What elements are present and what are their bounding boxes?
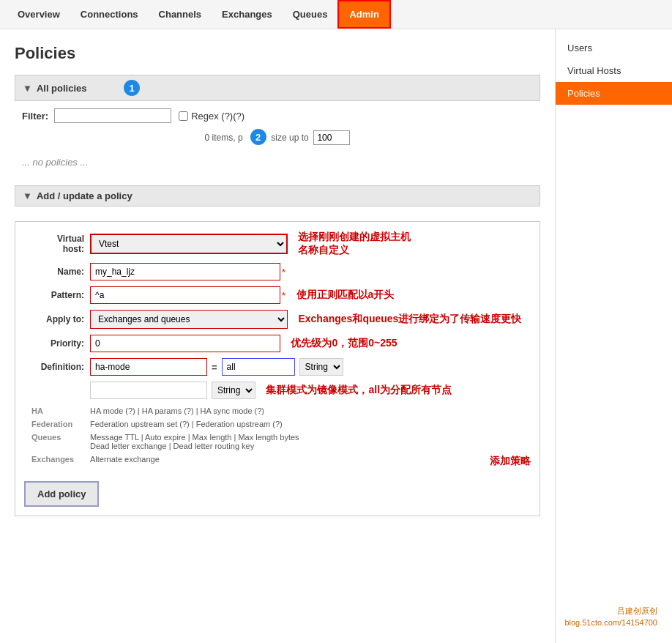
priority-annotation: 优先级为0，范围0~255 — [291, 337, 397, 350]
exchanges-help-row: Exchanges Alternate exchange 添加策略 — [31, 455, 531, 468]
pattern-label: Pattern: — [24, 290, 90, 300]
definition-val-input[interactable] — [222, 358, 295, 376]
add-policy-arrow: ▼ — [23, 190, 32, 201]
exchanges-help-content: Alternate exchange — [90, 455, 481, 468]
page-title: Policies — [15, 44, 540, 63]
pattern-row: Pattern: * 使用正则匹配以a开头 — [24, 286, 531, 304]
definition-extra-row: String 集群模式为镜像模式，all为分配所有节点 — [24, 382, 531, 399]
top-navigation: Overview Connections Channels Exchanges … — [0, 0, 672, 29]
pattern-required: * — [282, 290, 285, 301]
definition-extra-key-input[interactable] — [90, 382, 207, 399]
apply-to-row: Apply to: Exchanges and queues Exchanges… — [24, 310, 531, 329]
add-policy-header[interactable]: ▼ Add / update a policy — [15, 185, 540, 207]
queues-help-content: Message TTL | Auto expire | Max length |… — [90, 433, 531, 450]
federation-help-content: Federation upstream set (?) | Federation… — [90, 420, 531, 428]
watermark-line1: 吕建创原创 — [564, 606, 657, 617]
priority-label: Priority: — [24, 338, 90, 349]
priority-row: Priority: 优先级为0，范围0~255 — [24, 335, 531, 352]
add-policy-label: Add / update a policy — [37, 190, 132, 201]
apply-to-label: Apply to: — [24, 314, 90, 324]
size-up-to-text: size up to — [271, 133, 308, 143]
no-policies-text: ... no policies ... — [22, 157, 533, 168]
virtual-host-row: Virtualhost: Vtest 选择刚刚创建的虚拟主机名称自定义 — [24, 231, 531, 257]
sidebar-item-virtual-hosts[interactable]: Virtual Hosts — [556, 59, 672, 82]
queues-help-label: Queues — [31, 433, 90, 450]
priority-input[interactable] — [90, 335, 280, 352]
collapse-arrow: ▼ — [23, 83, 32, 94]
federation-help-row: Federation Federation upstream set (?) |… — [31, 420, 531, 428]
apply-to-annotation: Exchanges和queues进行绑定为了传输速度更快 — [298, 313, 521, 326]
add-policy-button[interactable]: Add policy — [24, 481, 99, 507]
all-policies-header[interactable]: ▼ All policies 1 — [15, 75, 540, 101]
name-input[interactable] — [90, 263, 280, 280]
cluster-annotation: 集群模式为镜像模式，all为分配所有节点 — [266, 384, 452, 397]
regex-checkbox[interactable] — [179, 111, 188, 121]
definition-eq: = — [212, 362, 217, 373]
items-row: 0 items, p 2 size up to — [15, 129, 540, 145]
items-text: 0 items, p — [205, 133, 243, 143]
ha-help-label: HA — [31, 406, 90, 415]
watermark-line2: blog.51cto.com/14154700 — [564, 617, 657, 628]
name-label: Name: — [24, 267, 90, 277]
nav-channels[interactable]: Channels — [149, 1, 212, 27]
add-policy-form: Virtualhost: Vtest 选择刚刚创建的虚拟主机名称自定义 Name… — [15, 221, 540, 516]
name-required: * — [282, 267, 285, 278]
add-policy-annotation: 添加策略 — [490, 455, 531, 468]
virtual-host-label: Virtualhost: — [24, 234, 90, 254]
definition-label: Definition: — [24, 362, 90, 372]
right-sidebar: Users Virtual Hosts Policies — [555, 29, 672, 643]
federation-help-label: Federation — [31, 420, 90, 428]
step1-badge: 1 — [124, 80, 140, 96]
watermark: 吕建创原创 blog.51cto.com/14154700 — [564, 606, 657, 628]
virtual-host-select[interactable]: Vtest — [90, 234, 288, 254]
filter-input[interactable] — [54, 108, 171, 123]
definition-row: Definition: = String — [24, 358, 531, 376]
filter-row: Filter: Regex (?)(?) — [15, 108, 540, 123]
all-policies-label: All policies — [37, 83, 87, 94]
definition-extra-type-select[interactable]: String — [212, 382, 255, 399]
filter-label: Filter: — [22, 111, 48, 122]
apply-to-select[interactable]: Exchanges and queues — [90, 310, 288, 329]
size-input[interactable] — [313, 130, 350, 145]
pattern-input[interactable] — [90, 286, 280, 304]
help-section: HA HA mode (?) | HA params (?) | HA sync… — [24, 406, 531, 468]
nav-overview[interactable]: Overview — [7, 1, 70, 27]
sidebar-item-policies[interactable]: Policies — [556, 82, 672, 105]
nav-connections[interactable]: Connections — [70, 1, 149, 27]
regex-label: Regex (?)(?) — [191, 111, 244, 122]
exchanges-help-label: Exchanges — [31, 455, 90, 468]
main-content: Policies ▼ All policies 1 Filter: Regex … — [0, 29, 555, 643]
queues-help-row: Queues Message TTL | Auto expire | Max l… — [31, 433, 531, 450]
nav-exchanges[interactable]: Exchanges — [212, 1, 283, 27]
pattern-annotation: 使用正则匹配以a开头 — [296, 289, 395, 302]
ha-help-content: HA mode (?) | HA params (?) | HA sync mo… — [90, 406, 531, 415]
step2-badge: 2 — [250, 129, 266, 145]
sidebar-item-users[interactable]: Users — [556, 37, 672, 59]
ha-help-row: HA HA mode (?) | HA params (?) | HA sync… — [31, 406, 531, 415]
definition-type-select[interactable]: String — [299, 358, 343, 376]
vhost-annotation: 选择刚刚创建的虚拟主机名称自定义 — [298, 231, 411, 257]
definition-key-input[interactable] — [90, 358, 207, 376]
name-row: Name: * — [24, 263, 531, 280]
nav-admin[interactable]: Admin — [337, 0, 390, 29]
nav-queues[interactable]: Queues — [283, 1, 338, 27]
